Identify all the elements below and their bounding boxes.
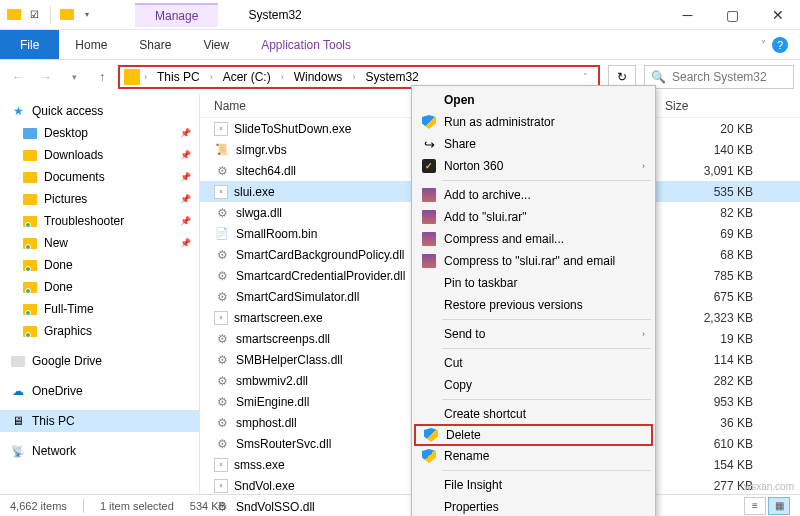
sidebar-item-new[interactable]: New📌 [0,232,199,254]
breadcrumb-segment[interactable]: System32 [359,70,424,84]
chevron-right-icon[interactable]: › [208,72,215,82]
thumbnails-view-button[interactable]: ▦ [768,497,790,515]
cm-cut[interactable]: Cut [414,352,653,374]
search-input[interactable]: 🔍 Search System32 [644,65,794,89]
winrar-icon [420,252,438,270]
this-pc-icon [10,413,26,429]
sidebar-item-graphics[interactable]: Graphics [0,320,199,342]
help-icon[interactable]: ? [772,37,788,53]
breadcrumb-segment[interactable]: Windows [288,70,349,84]
view-tab[interactable]: View [187,30,245,59]
forward-button[interactable]: → [34,65,58,89]
sidebar-item-pictures[interactable]: Pictures📌 [0,188,199,210]
column-size[interactable]: Size [665,99,765,113]
properties-icon[interactable]: ☑ [26,7,42,23]
nav-label: New [44,236,68,250]
cm-pin-taskbar[interactable]: Pin to taskbar [414,272,653,294]
minimize-button[interactable]: ─ [665,0,710,30]
home-tab[interactable]: Home [59,30,123,59]
file-size: 675 KB [665,290,765,304]
google-drive[interactable]: Google Drive [0,350,199,372]
file-name: SmiEngine.dll [236,395,309,409]
file-size: 785 KB [665,269,765,283]
chevron-right-icon[interactable]: › [350,72,357,82]
breadcrumb-segment[interactable]: Acer (C:) [217,70,277,84]
this-pc[interactable]: This PC [0,410,199,432]
cm-delete[interactable]: Delete [414,424,653,446]
winrar-icon [420,186,438,204]
cm-open[interactable]: Open [414,89,653,111]
cm-file-insight[interactable]: File Insight [414,474,653,496]
file-name: smartscreenps.dll [236,332,330,346]
folder-icon [22,235,38,251]
window-menu-icon[interactable] [6,7,22,23]
search-placeholder: Search System32 [672,70,767,84]
sidebar-item-documents[interactable]: Documents📌 [0,166,199,188]
dll-icon [214,205,230,221]
file-size: 140 KB [665,143,765,157]
selection-count: 1 item selected [100,500,174,512]
sidebar-item-done[interactable]: Done [0,254,199,276]
dll-icon [214,289,230,305]
cm-share[interactable]: ↪Share [414,133,653,155]
exe-icon: ▫ [214,185,228,199]
details-view-button[interactable]: ≡ [744,497,766,515]
winrar-icon [420,230,438,248]
pin-icon: 📌 [180,150,191,160]
address-dropdown-icon[interactable]: ˅ [577,72,594,82]
cm-compress-email[interactable]: Compress and email... [414,228,653,250]
application-tools-tab[interactable]: Application Tools [245,30,367,59]
cm-create-shortcut[interactable]: Create shortcut [414,403,653,425]
cm-copy[interactable]: Copy [414,374,653,396]
ribbon-tabs: File Home Share View Application Tools ˅… [0,30,800,60]
nav-label: OneDrive [32,384,83,398]
cm-add-rar[interactable]: Add to "slui.rar" [414,206,653,228]
sidebar-item-done[interactable]: Done [0,276,199,298]
up-button[interactable]: ↑ [90,65,114,89]
cm-rename[interactable]: Rename [414,445,653,467]
onedrive[interactable]: OneDrive [0,380,199,402]
pin-icon: 📌 [180,172,191,182]
cm-send-to[interactable]: Send to› [414,323,653,345]
quick-access[interactable]: ★ Quick access [0,100,199,122]
cm-run-as-admin[interactable]: Run as administrator [414,111,653,133]
file-name: SmartCardSimulator.dll [236,290,359,304]
file-tab[interactable]: File [0,30,59,59]
sidebar-item-downloads[interactable]: Downloads📌 [0,144,199,166]
folder-icon [22,147,38,163]
separator [442,399,651,400]
chevron-right-icon[interactable]: › [279,72,286,82]
new-folder-icon[interactable] [59,7,75,23]
cm-add-archive[interactable]: Add to archive... [414,184,653,206]
script-icon [214,142,230,158]
star-icon: ★ [10,103,26,119]
file-size: 36 KB [665,416,765,430]
collapse-ribbon-icon[interactable]: ˅ [761,39,766,50]
qat-customize-icon[interactable]: ▾ [79,7,95,23]
network[interactable]: Network [0,440,199,462]
chevron-right-icon[interactable]: › [142,72,149,82]
cm-restore[interactable]: Restore previous versions [414,294,653,316]
sidebar-item-troubleshooter[interactable]: Troubleshooter📌 [0,210,199,232]
recent-locations-button[interactable]: ▾ [62,65,86,89]
maximize-button[interactable]: ▢ [710,0,755,30]
pin-icon: 📌 [180,238,191,248]
file-size: 282 KB [665,374,765,388]
dll-icon [214,247,230,263]
dll-icon [214,352,230,368]
breadcrumb-segment[interactable]: This PC [151,70,206,84]
selection-size: 534 KB [190,500,226,512]
norton-icon: ✓ [420,157,438,175]
close-button[interactable]: ✕ [755,0,800,30]
onedrive-icon [10,383,26,399]
cm-properties[interactable]: Properties [414,496,653,516]
file-name: slmgr.vbs [236,143,287,157]
cm-compress-rar-email[interactable]: Compress to "slui.rar" and email [414,250,653,272]
winrar-icon [420,208,438,226]
share-tab[interactable]: Share [123,30,187,59]
sidebar-item-desktop[interactable]: Desktop📌 [0,122,199,144]
sidebar-item-full-time[interactable]: Full-Time [0,298,199,320]
cm-norton[interactable]: ✓Norton 360› [414,155,653,177]
back-button[interactable]: ← [6,65,30,89]
nav-label: Documents [44,170,105,184]
